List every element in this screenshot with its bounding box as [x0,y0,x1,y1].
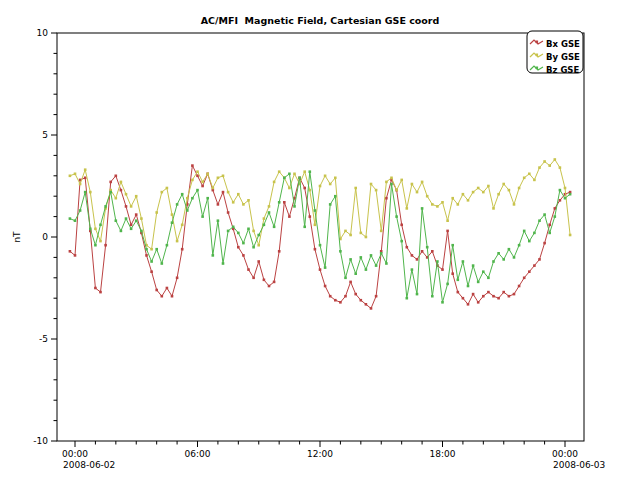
series-bx-gse-marker [237,246,240,249]
series-bz-gse-marker [74,219,77,222]
series-bz-gse-marker [528,240,531,243]
series-by-gse-marker [329,183,332,186]
series-bz-gse-marker [554,215,557,218]
y-tick-label: -10 [33,436,48,446]
series-bz-gse-marker [564,197,567,200]
series-bx-gse-marker [441,268,444,271]
series-bz-gse-marker [354,272,357,275]
series-bz-gse-marker [451,244,454,247]
series-by-gse-marker [395,189,398,192]
series-by-gse-marker [426,195,429,198]
series-by-gse-marker [237,193,240,196]
series-by-gse-marker [416,191,419,194]
series-bz-gse-marker [161,262,164,265]
series-bz-gse-marker [385,262,388,265]
series-by-gse-marker [166,187,169,190]
series-by-gse-marker [201,181,204,184]
series-bx-gse-marker [538,258,541,261]
series-bz-gse-marker [252,246,255,249]
series-bx-gse-marker [411,254,414,257]
series-bz-gse-marker [130,228,133,231]
series-bz-gse-marker [523,230,526,233]
series-by-gse-marker [79,183,82,186]
x-tick-label: 18:00 [430,449,456,459]
series-by-gse-marker [99,240,102,243]
series-bz-gse-marker [212,254,215,257]
series-bz-gse-marker [283,177,286,180]
series-bx-gse-marker [421,250,424,253]
series-by-gse-marker [94,228,97,231]
series-bz-gse-marker [140,230,143,233]
series-bx-gse-marker [533,264,536,267]
series-bz-gse-marker [436,260,439,263]
series-bz-gse-marker [115,219,118,222]
series-bz-gse-marker [390,183,393,186]
axes: -10-5051000:002008-06-0206:0012:0018:000… [33,28,605,470]
series-bz-gse-marker [176,203,179,206]
series-bz-gse-marker [431,295,434,298]
series-bx-gse-marker [161,295,164,298]
series-bx-gse-marker [150,270,153,273]
series-by-gse-marker [263,217,266,220]
x-tick-label: 06:00 [185,449,211,459]
series-bz-gse-marker [406,297,409,300]
series-bx-gse-marker [513,293,516,296]
series-by-gse-marker [344,230,347,233]
series-bz-gse-marker [497,252,500,255]
series-bz-gse-marker [293,205,296,208]
series-bz-gse-marker [89,228,92,231]
series-bz-gse-marker [120,230,123,233]
series-by-gse-marker [125,193,128,196]
series-bz-gse-marker [380,252,383,255]
series-bx-gse-marker [247,268,250,271]
series-by-gse-marker [196,170,199,173]
series-by-gse-marker [564,187,567,190]
series-by-gse-marker [140,217,143,220]
series-bz-gse-marker [171,221,174,224]
series-bz-gse-marker [135,219,138,222]
series-bz-gse-marker [314,209,317,212]
series-by-gse-marker [462,193,465,196]
series-bx-gse-marker [115,175,118,178]
series-by-gse-marker [431,203,434,206]
series-by-gse-marker [508,189,511,192]
series-bx-gse-marker [252,277,255,280]
series-by-gse-marker [309,189,312,192]
series-by-gse-marker [528,173,531,176]
series-by-gse-marker [247,199,250,202]
series-bx-gse-marker [257,260,260,263]
series-bz-gse-marker [513,256,516,259]
series-by-gse-marker [523,177,526,180]
series-bz-gse-marker [273,226,276,229]
series-bx-gse-marker [74,254,77,257]
series-bx-gse-marker [201,185,204,188]
series-bz-gse-marker [477,281,480,284]
x-tick-label: 00:00 [62,449,88,459]
series-bx-gse-marker [528,270,531,273]
series-by-gse-marker [492,207,495,210]
series-by-gse-marker [559,166,562,169]
series-bx-gse-marker [314,248,317,251]
x-tick-label: 12:00 [307,449,333,459]
series-bx-gse-marker [508,295,511,298]
series-by-gse-marker [84,168,87,171]
series-by-gse-marker [400,179,403,182]
series-by-gse-marker [436,205,439,208]
series-bz-gse-marker [492,260,495,263]
series-bx-gse-marker [135,213,138,216]
series-bx-gse-marker [400,224,403,227]
series-bz-gse-marker [375,264,378,267]
series-bx-gse-marker [375,295,378,298]
y-axis-label: nT [12,231,22,243]
series-by-gse-marker [446,219,449,222]
x-date-label: 2008-06-03 [553,460,605,470]
series-bx-gse-marker [99,291,102,294]
series-bx-gse-marker [462,297,465,300]
series-bx-gse-marker [288,215,291,218]
series-bx-gse-marker [497,297,500,300]
series-bz-gse-marker [166,244,169,247]
series-by-gse-marker [513,203,516,206]
series-bz-gse-marker [232,226,235,229]
series-bx-gse-marker [502,291,505,294]
series-bz-gse-marker [462,260,465,263]
